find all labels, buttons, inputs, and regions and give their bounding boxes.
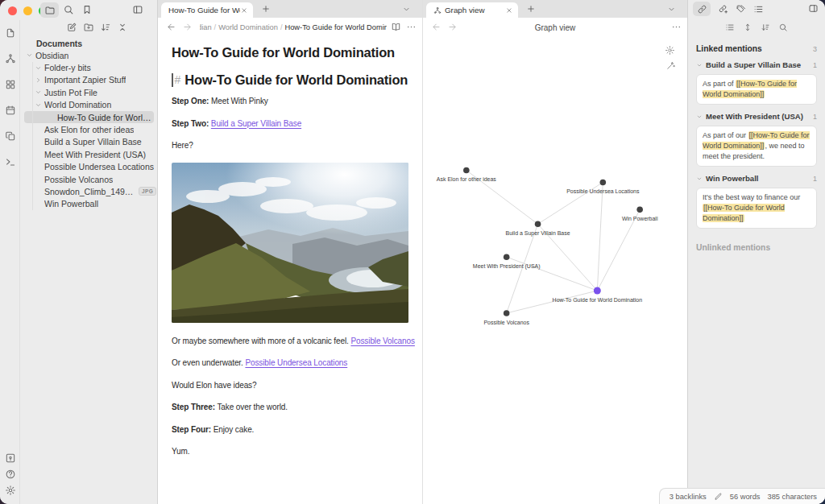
graph-node[interactable] <box>636 207 643 213</box>
search-icon[interactable] <box>778 23 788 32</box>
internal-link[interactable]: Possible Undersea Locations <box>245 358 347 367</box>
terminal-icon[interactable] <box>5 156 16 167</box>
tree-file-possible-undersea-locations[interactable]: Possible Undersea Locations <box>20 161 156 173</box>
mention-group: Win Powerball1It's the best way to finan… <box>696 174 817 229</box>
tree-folder-obsidian[interactable]: Obsidian <box>20 49 156 61</box>
outgoing-links-icon[interactable] <box>718 4 728 14</box>
close-tab-icon[interactable] <box>505 6 513 14</box>
graph-view-icon[interactable] <box>5 53 16 64</box>
new-tab-button[interactable] <box>526 4 536 14</box>
editor-tabstrip: How-To Guide for World ... <box>158 0 422 18</box>
help-icon[interactable] <box>5 469 16 480</box>
note-image-snowdon[interactable] <box>172 163 408 323</box>
tab-list-chevron-icon[interactable] <box>402 5 411 14</box>
graph-canvas[interactable]: Ask Elon for other ideasPossible Underse… <box>423 37 687 504</box>
tree-folder-folder-y-bits[interactable]: Folder-y bits <box>20 61 156 73</box>
outline-icon[interactable] <box>753 4 764 14</box>
graph-node[interactable] <box>504 254 510 260</box>
mention-group: Build a Super Villain Base1As part of [[… <box>696 60 817 105</box>
mention-snippet-card[interactable]: As part of our [[How-To Guide for World … <box>696 126 817 167</box>
settings-icon[interactable] <box>5 485 16 496</box>
reading-view-button[interactable] <box>391 22 401 32</box>
minimize-window-button[interactable] <box>23 6 32 15</box>
linked-mentions-count: 3 <box>813 45 817 53</box>
vault-switcher-icon[interactable] <box>5 452 16 464</box>
graph-node[interactable] <box>600 180 607 186</box>
back-button[interactable] <box>166 22 176 32</box>
graph-node[interactable] <box>463 167 470 174</box>
mention-snippet-card[interactable]: As part of [[How-To Guide for World Domi… <box>696 74 817 105</box>
tree-file-possible-volcanos[interactable]: Possible Volcanos <box>20 173 156 185</box>
list-icon[interactable] <box>725 23 735 32</box>
close-tab-icon[interactable] <box>240 6 248 14</box>
graph-node[interactable] <box>594 287 601 295</box>
mention-group-header[interactable]: Meet With President (USA)1 <box>696 112 817 121</box>
tab-list-chevron-icon[interactable] <box>667 5 676 14</box>
tree-folder-important-zapier-stuff[interactable]: Important Zapier Stuff <box>20 74 156 86</box>
tree-file-win-powerball[interactable]: Win Powerball <box>20 198 156 210</box>
edit-mode-icon[interactable] <box>714 492 723 501</box>
tree-file-how-to-guide-for-world-dominat[interactable]: How-To Guide for World Dominat... <box>24 111 154 123</box>
note-text: Meet With Pinky <box>209 97 267 105</box>
close-window-button[interactable] <box>8 6 17 15</box>
breadcrumb-segment[interactable]: How-To Guide for World Domination <box>284 23 387 31</box>
graph-node[interactable] <box>535 221 541 228</box>
mention-group-title: Win Powerball <box>706 174 758 183</box>
new-note-icon[interactable] <box>66 22 77 33</box>
highlighted-link-text: [[How-To Guide for World Domination]] <box>703 204 785 222</box>
tab-note[interactable]: How-To Guide for World ... <box>161 2 253 18</box>
mention-group: Meet With President (USA)1As part of our… <box>696 112 817 167</box>
note-text: Or maybe somewhere with more of a volcan… <box>172 337 350 345</box>
files-tab-button[interactable] <box>40 2 59 18</box>
internal-link[interactable]: Build a Super Villain Base <box>211 119 301 128</box>
note-paragraph: Or even underwater. Possible Undersea Lo… <box>172 357 408 369</box>
collapse-left-sidebar-button[interactable] <box>132 4 143 15</box>
daily-note-icon[interactable] <box>5 105 16 116</box>
bookmarks-button[interactable] <box>81 4 93 15</box>
linked-mentions-header[interactable]: Linked mentions 3 <box>696 44 817 53</box>
tree-item-label: Snowdon_Climb_149_5D3_27... <box>44 187 135 196</box>
new-folder-icon[interactable] <box>83 22 94 33</box>
backlinks-tab-active[interactable] <box>693 2 711 16</box>
tags-icon[interactable] <box>736 4 746 14</box>
tree-file-ask-elon-for-other-ideas[interactable]: Ask Elon for other ideas <box>20 123 156 135</box>
templates-icon[interactable] <box>5 130 16 142</box>
sort-icon[interactable] <box>100 22 111 33</box>
breadcrumb-segment[interactable]: World Domination <box>218 23 278 31</box>
ribbon <box>0 20 20 504</box>
tree-item-label: Obsidian <box>35 51 68 60</box>
tree-file-meet-with-president-usa[interactable]: Meet With President (USA) <box>20 148 156 160</box>
sort-icon[interactable] <box>761 23 770 32</box>
heading-markdown-marker: # <box>175 72 181 88</box>
more-options-button[interactable] <box>406 22 417 32</box>
backlinks-count[interactable]: 3 backlinks <box>670 493 707 501</box>
more-options-button[interactable] <box>671 22 682 32</box>
right-sidebar-tabs <box>688 0 825 18</box>
expand-icon[interactable] <box>743 23 752 32</box>
unlinked-mentions-header[interactable]: Unlinked mentions <box>696 243 817 252</box>
mention-group-header[interactable]: Win Powerball1 <box>696 174 817 183</box>
graph-node[interactable] <box>504 310 510 316</box>
search-button[interactable] <box>63 4 74 15</box>
collapse-right-sidebar-button[interactable] <box>808 3 819 14</box>
new-tab-button[interactable] <box>261 4 271 14</box>
character-count: 385 characters <box>768 493 818 501</box>
canvas-icon[interactable] <box>5 79 16 90</box>
collapse-all-icon[interactable] <box>117 22 128 33</box>
tab-graph-view[interactable]: Graph view <box>426 2 518 18</box>
note-editor[interactable]: How-To Guide for World Domination # How-… <box>158 37 422 457</box>
backlinks-toolbar <box>688 18 825 37</box>
tree-folder-justin-pot-file[interactable]: Justin Pot File <box>20 86 156 98</box>
internal-link[interactable]: Possible Volcanos <box>350 337 414 345</box>
graph-edge <box>597 209 640 291</box>
word-count: 56 words <box>730 493 761 501</box>
tree-file-snowdon-climb-149-5d3-27[interactable]: Snowdon_Climb_149_5D3_27...JPG <box>20 185 156 197</box>
tree-file-build-a-super-villain-base[interactable]: Build a Super Villain Base <box>20 136 156 148</box>
breadcrumb-segment[interactable]: Obsidian <box>200 23 212 31</box>
quick-switcher-icon[interactable] <box>5 27 16 39</box>
forward-button[interactable] <box>182 22 193 32</box>
mention-group-header[interactable]: Build a Super Villain Base1 <box>696 60 817 69</box>
tree-folder-world-domination[interactable]: World Domination <box>20 99 156 111</box>
mention-snippet-card[interactable]: It's the best way to finance our [[How-T… <box>696 188 817 229</box>
tree-item-label: Meet With President (USA) <box>44 150 146 159</box>
